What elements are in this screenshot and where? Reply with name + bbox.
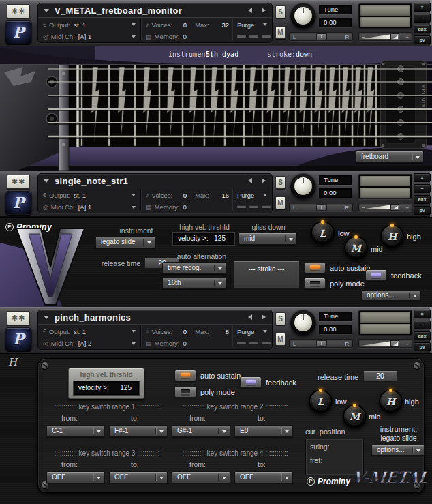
pan-slider[interactable]: L R bbox=[289, 339, 353, 348]
instrument-dropdown[interactable]: legato slide bbox=[95, 236, 155, 248]
purge-menu[interactable]: Purge bbox=[237, 325, 270, 338]
pv-button[interactable]: pv bbox=[414, 35, 431, 44]
midi-channel-selector[interactable]: ◎ Midi Ch: [A] 1 bbox=[43, 201, 138, 213]
midi-channel-selector[interactable]: ◎ Midi Ch: [A] 1 bbox=[43, 31, 138, 42]
max-value[interactable]: 8 bbox=[226, 328, 229, 336]
midi-channel-selector[interactable]: ◎ Midi Ch: [A] 2 bbox=[43, 338, 138, 349]
snowflake-button[interactable]: ✱✱ bbox=[7, 175, 30, 189]
ks-range3-from-dropdown[interactable]: OFF bbox=[46, 471, 105, 484]
solo-button[interactable]: S bbox=[275, 5, 286, 18]
mid-knob[interactable]: M bbox=[343, 404, 367, 428]
pan-slider[interactable]: L R bbox=[289, 32, 353, 41]
view-selector-dropdown[interactable]: fretboard bbox=[356, 151, 424, 163]
auto-sustain-button[interactable] bbox=[304, 262, 326, 273]
auto-alt-mode-dropdown[interactable]: time recog. bbox=[162, 262, 226, 274]
ks-range2-to-dropdown[interactable]: E0 bbox=[234, 425, 293, 437]
pan-handle[interactable] bbox=[316, 204, 327, 211]
prev-instrument-icon[interactable] bbox=[248, 314, 252, 320]
purge-menu[interactable]: Purge bbox=[237, 189, 270, 201]
prominy-logo[interactable]: P bbox=[5, 191, 32, 215]
tune-knob[interactable] bbox=[290, 173, 316, 199]
prominy-logo[interactable]: P bbox=[5, 20, 32, 44]
collapse-chevron-icon[interactable] bbox=[44, 9, 49, 12]
instrument-title: single_note_str1 bbox=[55, 176, 248, 186]
poly-mode-button[interactable] bbox=[174, 386, 196, 398]
volume-slider[interactable]: − + bbox=[358, 339, 412, 348]
purge-menu[interactable]: Purge bbox=[237, 18, 270, 31]
snowflake-button[interactable]: ✱✱ bbox=[7, 4, 30, 18]
chevron-down-icon bbox=[218, 267, 222, 270]
close-button[interactable]: × bbox=[414, 173, 431, 182]
ks-range1-to-dropdown[interactable]: F#-1 bbox=[109, 425, 168, 437]
feedback-button[interactable] bbox=[240, 376, 262, 388]
velocity-threshold-box[interactable]: velocity >: 125 bbox=[173, 233, 234, 245]
volume-slider[interactable]: − + bbox=[358, 203, 412, 211]
prev-instrument-icon[interactable] bbox=[248, 8, 252, 13]
max-value[interactable]: 16 bbox=[221, 192, 229, 199]
auto-alt-division-dropdown[interactable]: 16th bbox=[162, 277, 226, 289]
next-instrument-icon[interactable] bbox=[262, 178, 266, 183]
feedback-button[interactable] bbox=[365, 269, 387, 281]
collapse-chevron-icon[interactable] bbox=[44, 316, 49, 319]
prev-instrument-icon[interactable] bbox=[248, 178, 252, 183]
ks-range1-from-dropdown[interactable]: C-1 bbox=[46, 425, 105, 437]
chevron-down-icon bbox=[132, 206, 136, 209]
pv-button[interactable]: pv bbox=[414, 342, 431, 351]
close-button[interactable]: × bbox=[414, 310, 431, 318]
tune-value[interactable]: 0.00 bbox=[319, 188, 352, 198]
ks-range4-to-dropdown[interactable]: OFF bbox=[234, 471, 293, 484]
high-knob[interactable]: H bbox=[380, 224, 404, 248]
release-time-value[interactable]: 20 bbox=[363, 370, 397, 382]
tune-knob[interactable] bbox=[290, 310, 316, 336]
nut bbox=[76, 65, 79, 147]
tune-knob[interactable] bbox=[290, 3, 316, 29]
volume-slider[interactable]: − + bbox=[358, 32, 412, 41]
solo-button[interactable]: S bbox=[275, 176, 286, 189]
volume-handle[interactable] bbox=[390, 33, 399, 40]
pan-right-label: R bbox=[345, 205, 349, 211]
collapse-chevron-icon[interactable] bbox=[44, 179, 49, 183]
output-selector[interactable]: € Output: st. 1 bbox=[43, 18, 138, 31]
pan-handle[interactable] bbox=[316, 33, 327, 40]
ks-range4-from-dropdown[interactable]: OFF bbox=[172, 471, 230, 484]
mute-button[interactable]: M bbox=[275, 196, 286, 209]
next-instrument-icon[interactable] bbox=[262, 8, 266, 13]
volume-handle[interactable] bbox=[390, 340, 399, 347]
tune-value[interactable]: 0.00 bbox=[319, 325, 352, 334]
aux-button[interactable]: aux bbox=[414, 331, 431, 340]
pan-handle[interactable] bbox=[316, 340, 327, 347]
low-knob[interactable]: L bbox=[309, 389, 333, 413]
high-knob[interactable]: H bbox=[379, 389, 403, 413]
pan-slider[interactable]: L R bbox=[289, 203, 353, 211]
prominy-logo[interactable]: P bbox=[5, 327, 32, 351]
output-selector[interactable]: € Output: st. 1 bbox=[43, 189, 138, 201]
minimize-button[interactable]: − bbox=[414, 14, 431, 23]
max-value[interactable]: 32 bbox=[221, 21, 229, 29]
to-label: to: bbox=[258, 460, 266, 469]
mute-button[interactable]: M bbox=[275, 26, 286, 39]
poly-mode-button[interactable] bbox=[304, 278, 326, 289]
velocity-threshold-box[interactable]: velocity >: 125 bbox=[74, 381, 139, 395]
mute-button[interactable]: M bbox=[275, 333, 286, 346]
volume-handle[interactable] bbox=[390, 204, 399, 211]
options-dropdown[interactable]: options... bbox=[371, 445, 425, 456]
tune-value[interactable]: 0.00 bbox=[319, 18, 352, 27]
next-instrument-icon[interactable] bbox=[262, 314, 266, 320]
ks-range3-to-dropdown[interactable]: OFF bbox=[109, 471, 168, 484]
solo-button[interactable]: S bbox=[275, 312, 286, 325]
output-selector[interactable]: € Output: st. 1 bbox=[43, 325, 138, 338]
gliss-down-dropdown[interactable]: mid bbox=[238, 233, 297, 245]
minimize-button[interactable]: − bbox=[414, 321, 431, 329]
low-knob[interactable]: L bbox=[311, 221, 335, 245]
aux-button[interactable]: aux bbox=[414, 195, 431, 204]
snowflake-button[interactable]: ✱✱ bbox=[7, 311, 30, 325]
auto-sustain-button[interactable] bbox=[174, 370, 196, 381]
ks-range3-from-value: OFF bbox=[52, 473, 65, 481]
close-button[interactable]: × bbox=[414, 3, 431, 12]
ks-range2-from-dropdown[interactable]: G#-1 bbox=[172, 425, 230, 437]
options-dropdown[interactable]: options... bbox=[361, 290, 421, 301]
mid-knob[interactable]: M bbox=[344, 236, 368, 260]
minimize-button[interactable]: − bbox=[414, 184, 431, 193]
aux-button[interactable]: aux bbox=[414, 25, 431, 33]
pv-button[interactable]: pv bbox=[414, 206, 431, 215]
